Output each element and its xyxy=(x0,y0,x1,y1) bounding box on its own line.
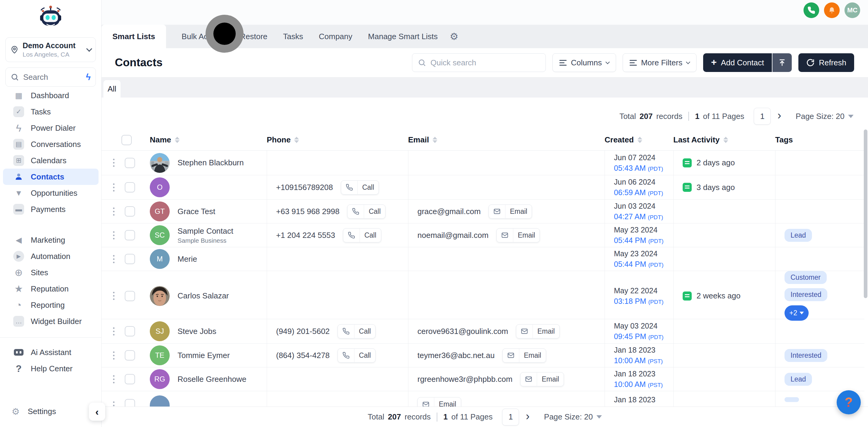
row-checkbox[interactable] xyxy=(125,399,135,406)
contact-name[interactable]: Sample Contact Sample Business xyxy=(178,226,233,244)
smart-list-settings-gear-icon[interactable]: ⚙ xyxy=(450,31,458,42)
row-checkbox[interactable] xyxy=(125,374,135,384)
table-row[interactable]: SC Sample Contact Sample Business +1 204… xyxy=(101,224,864,247)
tab-tasks[interactable]: Tasks xyxy=(283,32,303,41)
table-row[interactable]: Email Jan 18 2023 xyxy=(101,391,864,406)
row-menu-icon[interactable] xyxy=(111,229,117,242)
table-row[interactable]: Carlos Salazar May 22 2024 03:18 PM (PDT… xyxy=(101,271,864,319)
tab-company[interactable]: Company xyxy=(319,32,352,41)
next-page-button[interactable]: › xyxy=(777,109,781,121)
more-filters-button[interactable]: More Filters xyxy=(623,53,696,72)
page-number-input[interactable]: 1 xyxy=(754,108,771,125)
tab-restore[interactable]: Restore xyxy=(240,32,267,41)
row-checkbox[interactable] xyxy=(125,182,135,192)
row-menu-icon[interactable] xyxy=(111,349,117,362)
column-header-name[interactable]: Name xyxy=(150,135,267,144)
sidebar-collapse-button[interactable]: ‹ xyxy=(89,403,105,421)
refresh-button[interactable]: Refresh xyxy=(798,53,854,72)
table-row[interactable]: GT Grace Test +63 915 968 2998 Call grac… xyxy=(101,200,864,224)
sidebar-item-reporting[interactable]: ◔ Reporting xyxy=(3,297,98,313)
sidebar-item-reputation[interactable]: ★ Reputation xyxy=(3,281,98,297)
row-menu-icon[interactable] xyxy=(111,399,117,406)
table-row[interactable]: M Merie May 23 2024 05:44 PM (PDT) xyxy=(101,247,864,271)
row-menu-icon[interactable] xyxy=(111,289,117,302)
row-checkbox[interactable] xyxy=(125,206,135,217)
column-header-tags[interactable]: Tags xyxy=(775,135,864,144)
call-button[interactable]: Call xyxy=(341,180,379,195)
sidebar-item-payments[interactable]: ▬ Payments xyxy=(3,201,98,218)
columns-button[interactable]: Columns xyxy=(553,53,616,72)
email-button[interactable]: Email xyxy=(502,349,546,363)
sidebar-item-marketing[interactable]: ◀ Marketing xyxy=(3,232,98,248)
sidebar-item-dashboard[interactable]: ▦ Dashboard xyxy=(3,87,98,104)
table-row[interactable]: RG Roselle Greenhowe rgreenhowe3r@phpbb.… xyxy=(101,367,864,391)
row-checkbox[interactable] xyxy=(125,230,135,240)
email-button[interactable]: Email xyxy=(489,204,532,219)
contact-name[interactable]: Merie xyxy=(178,255,197,264)
notifications-button[interactable] xyxy=(824,2,840,18)
column-header-created[interactable]: Created xyxy=(604,135,673,144)
call-button[interactable]: Call xyxy=(343,228,381,242)
page-size-select[interactable]: Page Size: 20 xyxy=(796,112,854,121)
user-avatar[interactable]: MC xyxy=(844,2,860,18)
row-menu-icon[interactable] xyxy=(111,205,117,218)
table-row[interactable]: O +109156789208 Call Jun 06 2024 06:59 A… xyxy=(101,175,864,200)
next-page-button[interactable]: › xyxy=(526,410,530,422)
sidebar-item-opportunities[interactable]: ▼ Opportunities xyxy=(3,185,98,201)
contact-name[interactable]: Carlos Salazar xyxy=(178,291,229,300)
sidebar-item-help-center[interactable]: ? Help Center xyxy=(3,360,98,377)
help-button[interactable]: ? xyxy=(837,390,861,414)
sidebar-item-automation[interactable]: ▶ Automation xyxy=(3,248,98,264)
email-button[interactable]: Email xyxy=(516,324,560,338)
call-button[interactable]: Call xyxy=(338,349,376,363)
sidebar-item-contacts[interactable]: Contacts xyxy=(3,169,98,185)
sidebar-item-sites[interactable]: ⊕ Sites xyxy=(3,264,98,281)
page-size-select[interactable]: Page Size: 20 xyxy=(544,412,602,422)
table-row[interactable]: SJ Steve Jobs (949) 201-5602 Call cerove… xyxy=(101,319,864,343)
select-all-checkbox[interactable] xyxy=(121,135,132,145)
quick-search-input[interactable] xyxy=(430,58,533,67)
column-header-last-activity[interactable]: Last Activity xyxy=(673,135,775,144)
row-menu-icon[interactable] xyxy=(111,325,117,338)
sidebar-item-conversations[interactable]: ▤ Conversations xyxy=(3,136,98,152)
column-header-email[interactable]: Email xyxy=(408,135,604,144)
email-button[interactable]: Email xyxy=(417,397,461,406)
table-row[interactable]: Stephen Blackburn Jun 07 2024 05:43 AM (… xyxy=(101,151,864,175)
contact-name[interactable]: Grace Test xyxy=(178,207,215,216)
row-menu-icon[interactable] xyxy=(111,156,117,169)
row-menu-icon[interactable] xyxy=(111,373,117,386)
sidebar-item-settings[interactable]: ⚙ Settings xyxy=(3,403,98,420)
column-header-phone[interactable]: Phone xyxy=(267,135,408,144)
sidebar-item-calendars[interactable]: ⊞ Calendars xyxy=(3,152,98,169)
row-checkbox[interactable] xyxy=(125,350,135,360)
sidebar-search[interactable]: Search ϟ xyxy=(5,67,96,87)
sidebar-item-power-dialer[interactable]: ϟ Power Dialer xyxy=(3,120,98,136)
call-button[interactable]: Call xyxy=(338,324,376,338)
row-checkbox[interactable] xyxy=(125,158,135,168)
import-contacts-button[interactable] xyxy=(772,53,792,72)
row-checkbox[interactable] xyxy=(125,254,135,264)
add-contact-button[interactable]: + Add Contact xyxy=(703,53,772,72)
row-menu-icon[interactable] xyxy=(111,181,117,194)
sidebar-item-ai-assistant[interactable]: Ai Assistant xyxy=(3,344,98,360)
page-number-input[interactable]: 1 xyxy=(502,408,519,426)
call-button[interactable]: Call xyxy=(347,204,385,219)
tab-smart-lists[interactable]: Smart Lists xyxy=(101,25,166,48)
phone-button[interactable] xyxy=(804,2,819,18)
contact-name[interactable]: Steve Jobs xyxy=(178,327,216,336)
contact-name[interactable]: Tommie Eymer xyxy=(178,351,230,360)
row-menu-icon[interactable] xyxy=(111,253,117,266)
contact-name[interactable]: Stephen Blackburn xyxy=(178,158,244,167)
scrollbar-thumb[interactable] xyxy=(864,130,867,298)
row-checkbox[interactable] xyxy=(125,291,135,301)
sidebar-item-tasks[interactable]: ✓ Tasks xyxy=(3,104,98,120)
contact-name[interactable]: Roselle Greenhowe xyxy=(178,374,246,384)
account-switcher[interactable]: Demo Account Los Angeles, CA xyxy=(5,37,96,62)
tab-manage-smart-lists[interactable]: Manage Smart Lists xyxy=(368,32,438,41)
email-button[interactable]: Email xyxy=(520,372,564,386)
tab-all[interactable]: All xyxy=(103,80,121,98)
sidebar-item-widget-builder[interactable]: … Widget Builder xyxy=(3,313,98,329)
row-checkbox[interactable] xyxy=(125,326,135,336)
email-button[interactable]: Email xyxy=(496,228,540,242)
more-tags-button[interactable]: +2 xyxy=(784,305,809,321)
